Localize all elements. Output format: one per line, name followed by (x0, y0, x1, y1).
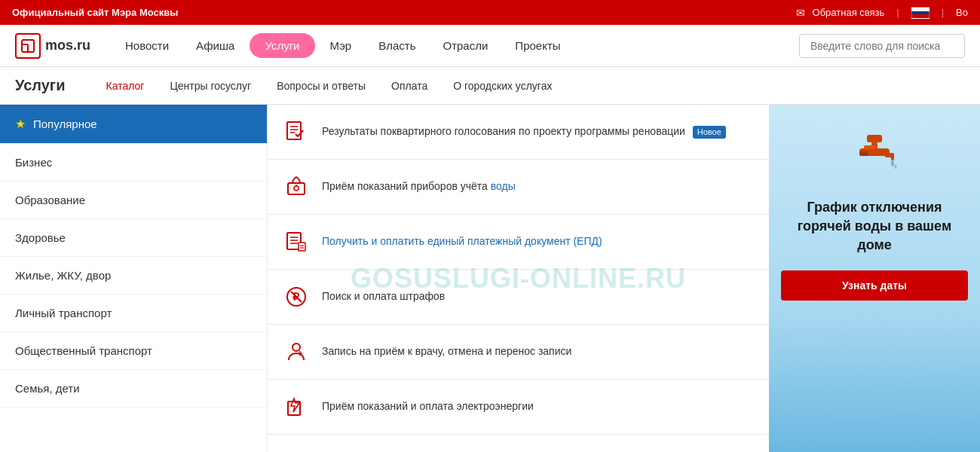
subnav-faq[interactable]: Вопросы и ответы (266, 74, 376, 98)
svg-rect-3 (287, 122, 301, 139)
service-text-electric: Приём показаний и оплата электроэнергии (322, 399, 754, 414)
top-bar-right: ✉ Обратная связь | | Во (796, 7, 968, 19)
subnav-about[interactable]: О городских услугах (443, 74, 562, 98)
sidebar-label-housing: Жилье, ЖКУ, двор (15, 269, 111, 282)
svg-rect-31 (864, 145, 876, 149)
service-item-doctor[interactable]: Запись на приём к врачу, отмена и перено… (268, 325, 769, 380)
service-text-water: Приём показаний приборов учёта воды (322, 179, 754, 194)
divider2: | (942, 7, 944, 18)
logo-text: mos.ru (45, 38, 90, 53)
svg-rect-25 (867, 135, 882, 142)
sidebar-label-transport-personal: Личный транспорт (15, 307, 112, 319)
logo-svg (20, 38, 35, 53)
sidebar-item-health[interactable]: Здоровье (0, 219, 267, 257)
sidebar-label-popular: Популярное (33, 118, 97, 130)
envelope-icon: ✉ (796, 7, 805, 19)
login-button[interactable]: Во (956, 7, 968, 18)
feedback-label: Обратная связь (813, 7, 885, 18)
promo-panel: График отключения горячей воды в вашем д… (769, 105, 980, 452)
svg-marker-24 (291, 399, 299, 412)
faucet-icon (844, 120, 905, 191)
service-text-fines: Поиск и оплата штрафов (322, 289, 754, 304)
sub-nav-title: Услуги (15, 77, 66, 94)
badge-new: Новое (693, 126, 726, 139)
feedback-link[interactable]: ✉ Обратная связь (796, 7, 885, 19)
divider: | (896, 7, 899, 18)
nav-item-power[interactable]: Власть (366, 33, 427, 58)
logo-icon (15, 33, 41, 59)
nav-items: Новости Афиша Услуги Мэр Власть Отрасли … (113, 33, 799, 58)
sidebar-label-family: Семья, дети (15, 382, 80, 395)
promo-button[interactable]: Узнать даты (781, 270, 968, 301)
main-content: ★ Популярное Бизнес Образование Здоровье… (0, 105, 980, 452)
nav-item-mayor[interactable]: Мэр (318, 33, 364, 58)
sub-nav: Услуги Каталог Центры госуслуг Вопросы и… (0, 67, 980, 105)
sidebar-item-family[interactable]: Семья, дети (0, 370, 267, 408)
svg-point-8 (294, 186, 299, 191)
nav-bar: mos.ru Новости Афиша Услуги Мэр Власть О… (0, 25, 980, 67)
sidebar-label-business: Бизнес (15, 156, 52, 169)
subnav-catalog[interactable]: Каталог (96, 74, 155, 98)
service-item-water[interactable]: Приём показаний приборов учёта воды (268, 160, 769, 215)
subnav-centers[interactable]: Центры госуслуг (159, 74, 262, 98)
promo-title: График отключения горячей воды в вашем д… (781, 198, 968, 255)
sub-nav-items: Каталог Центры госуслуг Вопросы и ответы… (96, 74, 563, 98)
nav-item-afisha[interactable]: Афиша (184, 33, 247, 58)
sidebar-label-education: Образование (15, 194, 85, 206)
service-item-electric[interactable]: Приём показаний и оплата электроэнергии (268, 380, 769, 435)
svg-rect-14 (299, 243, 305, 251)
sidebar-item-housing[interactable]: Жилье, ЖКУ, двор (0, 257, 267, 295)
site-title: Официальный сайт Мэра Москвы (12, 7, 178, 18)
doctor-svg (285, 341, 308, 363)
sidebar-item-transport-personal[interactable]: Личный транспорт (0, 295, 267, 332)
water-meter-svg (285, 176, 308, 198)
service-text-epd: Получить и оплатить единый платежный док… (322, 234, 754, 249)
fines-icon: ₽ (283, 283, 310, 310)
search-input[interactable] (799, 34, 965, 58)
svg-point-32 (891, 160, 894, 166)
electric-icon (283, 393, 310, 420)
service-text-doctor: Запись на приём к врачу, отмена и перено… (322, 344, 754, 359)
logo[interactable]: mos.ru (15, 33, 90, 59)
doctor-icon (283, 338, 310, 365)
fines-svg: ₽ (285, 286, 308, 308)
sidebar-item-education[interactable]: Образование (0, 182, 267, 219)
service-item-renovation[interactable]: Результаты поквартирного голосования по … (268, 105, 769, 160)
epd-link[interactable]: Получить и оплатить единый платежный док… (322, 235, 602, 247)
svg-point-20 (292, 344, 300, 351)
water-link[interactable]: воды (491, 180, 516, 192)
sidebar-item-popular[interactable]: ★ Популярное (0, 105, 267, 144)
service-item-epd[interactable]: Получить и оплатить единый платежный док… (268, 215, 769, 270)
sidebar-label-health: Здоровье (15, 231, 66, 244)
nav-item-news[interactable]: Новости (113, 33, 181, 58)
document-icon (283, 118, 310, 145)
epd-svg (285, 231, 308, 253)
epd-icon (283, 228, 310, 255)
nav-item-projects[interactable]: Проекты (503, 33, 572, 58)
electric-svg (285, 396, 308, 418)
service-text-renovation: Результаты поквартирного голосования по … (322, 124, 754, 139)
svg-rect-28 (859, 151, 868, 156)
service-item-fines[interactable]: ₽ Поиск и оплата штрафов (268, 270, 769, 325)
faucet-svg (844, 120, 905, 180)
service-list: Результаты поквартирного голосования по … (268, 105, 769, 452)
sidebar-item-business[interactable]: Бизнес (0, 144, 267, 182)
star-icon: ★ (15, 117, 26, 131)
svg-point-33 (895, 164, 897, 169)
nav-item-services[interactable]: Услуги (250, 33, 314, 58)
document-svg (285, 121, 308, 143)
sidebar-label-transport-public: Общественный транспорт (15, 344, 152, 357)
water-meter-icon (283, 173, 310, 200)
top-bar: Официальный сайт Мэра Москвы ✉ Обратная … (0, 0, 980, 25)
flag-icon[interactable] (911, 7, 929, 19)
svg-rect-30 (891, 153, 894, 160)
sidebar: ★ Популярное Бизнес Образование Здоровье… (0, 105, 268, 452)
subnav-payment[interactable]: Оплата (381, 74, 438, 98)
sidebar-item-transport-public[interactable]: Общественный транспорт (0, 332, 267, 370)
nav-item-industries[interactable]: Отрасли (430, 33, 500, 58)
